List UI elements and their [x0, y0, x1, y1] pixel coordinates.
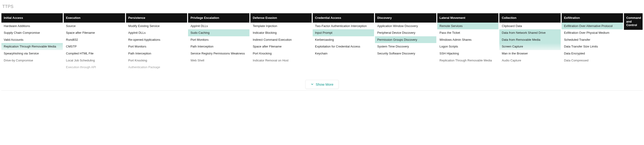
technique-cell[interactable]: Man in the Browser [499, 50, 561, 57]
column-body: Clipboard DataData from Network Shared D… [499, 22, 561, 71]
column-body: Exfiltration Over Alternative ProtocolEx… [562, 22, 623, 71]
column-body: Two-Factor Authentication InterceptionIn… [313, 22, 374, 71]
technique-cell[interactable]: Indicator Removal on Host [250, 57, 312, 64]
technique-cell[interactable]: Data from Removable Media [499, 36, 561, 43]
show-more-button[interactable]: Show More [305, 80, 339, 89]
column: Credential AccessTwo-Factor Authenticati… [313, 13, 374, 79]
technique-cell[interactable]: Spearphishing via Service [2, 50, 63, 57]
column-header[interactable]: Persistence [126, 13, 187, 22]
technique-cell[interactable]: Windows Admin Shares [437, 36, 499, 43]
page-title: TTPS [2, 4, 642, 9]
column: CollectionClipboard DataData from Networ… [499, 13, 561, 79]
technique-cell[interactable]: Rundll32 [64, 36, 125, 43]
technique-cell[interactable]: Kerberoasting [313, 36, 374, 43]
technique-cell[interactable]: Data Encrypted [562, 50, 623, 57]
technique-cell[interactable]: Remote Services [437, 22, 499, 29]
column: Privilege EscalationAppInit DLLsSudo Cac… [188, 13, 250, 79]
technique-cell[interactable]: System Time Discovery [375, 43, 436, 50]
column-header[interactable]: Command and Control [624, 13, 642, 30]
column-body: Application Window DiscoveryPeripheral D… [375, 22, 436, 71]
column: Lateral MovementRemote ServicesPass the … [437, 13, 499, 79]
technique-cell[interactable]: Replication Through Removable Media [437, 57, 499, 64]
technique-cell[interactable]: Sudo Caching [188, 29, 250, 36]
column-body: Modify Existing ServiceAppInit DLLsRe-op… [126, 22, 187, 71]
technique-cell[interactable]: Exfiltration Over Physical Medium [562, 29, 623, 36]
column-header[interactable]: Discovery [375, 13, 436, 22]
technique-cell[interactable]: Valid Accounts [2, 36, 63, 43]
technique-cell[interactable]: Template Injection [250, 22, 312, 29]
technique-cell[interactable]: Source [64, 22, 125, 29]
column: DiscoveryApplication Window DiscoveryPer… [375, 13, 436, 79]
technique-cell[interactable]: Security Software Discovery [375, 50, 436, 57]
technique-cell[interactable]: Port Knocking [250, 50, 312, 57]
column-body [624, 30, 642, 79]
technique-cell[interactable]: Data from Network Shared Drive [499, 29, 561, 36]
technique-cell[interactable]: Compiled HTML File [64, 50, 125, 57]
column-header[interactable]: Credential Access [313, 13, 374, 22]
technique-cell[interactable]: Port Monitors [126, 43, 187, 50]
column-header[interactable]: Collection [499, 13, 561, 22]
technique-cell[interactable]: AppInit DLLs [188, 22, 250, 29]
column-header[interactable]: Execution [64, 13, 125, 22]
technique-cell[interactable]: Data Transfer Size Limits [562, 43, 623, 50]
technique-cell[interactable]: Pass the Ticket [437, 29, 499, 36]
column: ExecutionSourceSpace after FilenameRundl… [64, 13, 125, 79]
technique-cell[interactable]: Logon Scripts [437, 43, 499, 50]
ttps-matrix: Initial AccessHardware AdditionsSupply C… [2, 13, 642, 79]
technique-cell[interactable]: Clipboard Data [499, 22, 561, 29]
technique-cell[interactable]: Audio Capture [499, 57, 561, 64]
technique-cell[interactable]: Re-opened Applications [126, 36, 187, 43]
technique-cell[interactable]: Web Shell [188, 57, 250, 64]
technique-cell[interactable]: SSH Hijacking [437, 50, 499, 57]
technique-cell[interactable]: Keychain [313, 50, 374, 57]
technique-cell[interactable]: AppInit DLLs [126, 29, 187, 36]
column: Defense EvasionTemplate InjectionIndicat… [250, 13, 312, 79]
column-header[interactable]: Defense Evasion [250, 13, 312, 22]
technique-cell[interactable]: Two-Factor Authentication Interception [313, 22, 374, 29]
column-header[interactable]: Lateral Movement [437, 13, 499, 22]
column-body: AppInit DLLsSudo CachingPort MonitorsPat… [188, 22, 250, 71]
technique-cell[interactable]: Input Prompt [313, 29, 374, 36]
technique-cell[interactable]: Space after Filename [250, 43, 312, 50]
technique-cell[interactable]: Service Registry Permissions Weakness [188, 50, 250, 57]
show-more-label: Show More [316, 82, 334, 86]
technique-cell[interactable]: Space after Filename [64, 29, 125, 36]
column: Command and Control [624, 13, 642, 79]
column: ExfiltrationExfiltration Over Alternativ… [562, 13, 623, 79]
technique-cell[interactable]: Path Interception [126, 50, 187, 57]
technique-cell[interactable]: Local Job Scheduling [64, 57, 125, 64]
technique-cell[interactable]: Exfiltration Over Alternative Protocol [562, 22, 623, 29]
technique-cell[interactable]: Exploitation for Credential Access [313, 43, 374, 50]
column-body: Hardware AdditionsSupply Chain Compromis… [2, 22, 63, 71]
technique-cell[interactable]: Indicator Blocking [250, 29, 312, 36]
column-body: SourceSpace after FilenameRundll32CMSTPC… [64, 22, 125, 71]
technique-cell[interactable]: Execution through API [64, 64, 125, 71]
column-body: Remote ServicesPass the TicketWindows Ad… [437, 22, 499, 71]
column-header[interactable]: Privilege Escalation [188, 13, 250, 22]
technique-cell[interactable]: Port Monitors [188, 36, 250, 43]
technique-cell[interactable]: Application Window Discovery [375, 22, 436, 29]
column: Initial AccessHardware AdditionsSupply C… [2, 13, 63, 79]
technique-cell[interactable]: Scheduled Transfer [562, 36, 623, 43]
technique-cell[interactable]: Hardware Additions [2, 22, 63, 29]
technique-cell[interactable]: Modify Existing Service [126, 22, 187, 29]
technique-cell[interactable]: CMSTP [64, 43, 125, 50]
technique-cell[interactable]: Authentication Package [126, 64, 187, 71]
column-header[interactable]: Initial Access [2, 13, 63, 22]
column: PersistenceModify Existing ServiceAppIni… [126, 13, 187, 79]
technique-cell[interactable]: Permission Groups Discovery [375, 36, 436, 43]
column-header[interactable]: Exfiltration [562, 13, 623, 22]
technique-cell[interactable]: Screen Capture [499, 43, 561, 50]
ttps-matrix-wrapper: Initial AccessHardware AdditionsSupply C… [2, 13, 642, 91]
technique-cell[interactable]: Supply Chain Compromise [2, 29, 63, 36]
column-body: Template InjectionIndicator BlockingIndi… [250, 22, 312, 71]
technique-cell[interactable]: Indirect Command Execution [250, 36, 312, 43]
technique-cell[interactable]: Path Interception [188, 43, 250, 50]
technique-cell[interactable]: Data Compressed [562, 57, 623, 64]
chevron-down-icon [310, 83, 314, 86]
technique-cell[interactable]: Port Knocking [126, 57, 187, 64]
technique-cell[interactable]: Drive-by Compromise [2, 57, 63, 64]
technique-cell[interactable]: Peripheral Device Discovery [375, 29, 436, 36]
technique-cell[interactable]: Replication Through Removable Media [2, 43, 63, 50]
